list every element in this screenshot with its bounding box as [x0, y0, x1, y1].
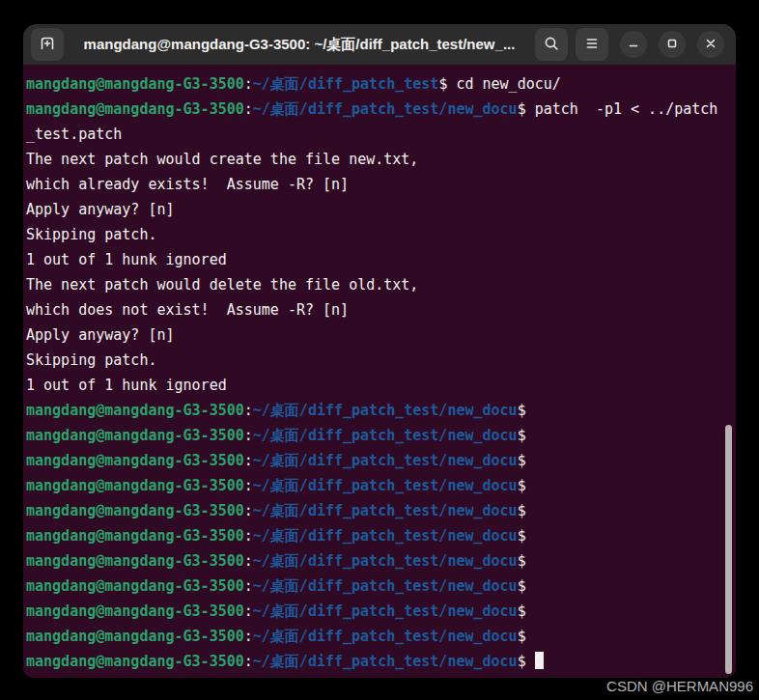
terminal-line: which already exists! Assume -R? [n] — [26, 172, 736, 197]
terminal-line: mangdang@mangdang-G3-3500:~/桌面/diff_patc… — [26, 97, 736, 122]
terminal-line: 1 out of 1 hunk ignored — [26, 247, 736, 272]
terminal-line: mangdang@mangdang-G3-3500:~/桌面/diff_patc… — [26, 649, 736, 674]
new-tab-icon — [39, 35, 56, 55]
terminal-line: mangdang@mangdang-G3-3500:~/桌面/diff_patc… — [26, 498, 736, 523]
terminal-content[interactable]: mangdang@mangdang-G3-3500:~/桌面/diff_patc… — [23, 65, 736, 678]
scrollbar-thumb[interactable] — [725, 425, 732, 674]
terminal-line: mangdang@mangdang-G3-3500:~/桌面/diff_patc… — [26, 71, 736, 97]
terminal-window: mangdang@mangdang-G3-3500: ~/桌面/diff_pat… — [23, 24, 736, 678]
terminal-line: mangdang@mangdang-G3-3500:~/桌面/diff_patc… — [26, 473, 736, 498]
terminal-line: mangdang@mangdang-G3-3500:~/桌面/diff_patc… — [26, 548, 736, 574]
terminal-line: which does not exist! Assume -R? [n] — [26, 297, 736, 322]
terminal-line: Skipping patch. — [26, 348, 736, 373]
terminal-line: mangdang@mangdang-G3-3500:~/桌面/diff_patc… — [26, 574, 736, 599]
close-icon — [704, 37, 717, 53]
minimize-icon — [627, 37, 640, 53]
terminal-line: mangdang@mangdang-G3-3500:~/桌面/diff_patc… — [26, 624, 736, 649]
menu-icon — [583, 35, 601, 55]
maximize-button[interactable] — [659, 31, 686, 58]
terminal-cursor — [535, 652, 544, 669]
header-bar: mangdang@mangdang-G3-3500: ~/桌面/diff_pat… — [23, 24, 736, 65]
terminal-line: The next patch would create the file new… — [26, 147, 736, 172]
window-title: mangdang@mangdang-G3-3500: ~/桌面/diff_pat… — [64, 36, 535, 54]
terminal-line: mangdang@mangdang-G3-3500:~/桌面/diff_patc… — [26, 448, 736, 473]
terminal-line: Apply anyway? [n] — [26, 322, 736, 348]
minimize-button[interactable] — [620, 31, 647, 58]
terminal-line: Apply anyway? [n] — [26, 197, 736, 222]
terminal-line: _test.patch — [26, 122, 736, 147]
terminal-line: The next patch would delete the file old… — [26, 272, 736, 297]
terminal-line: 1 out of 1 hunk ignored — [26, 373, 736, 398]
close-button[interactable] — [697, 31, 724, 58]
maximize-icon — [665, 37, 679, 53]
terminal-line: mangdang@mangdang-G3-3500:~/桌面/diff_patc… — [26, 398, 736, 423]
terminal-line: Skipping patch. — [26, 222, 736, 247]
terminal-line: mangdang@mangdang-G3-3500:~/桌面/diff_patc… — [26, 523, 736, 548]
new-tab-button[interactable] — [31, 28, 64, 61]
watermark: CSDN @HERMAN996 — [606, 678, 753, 694]
terminal-line: mangdang@mangdang-G3-3500:~/桌面/diff_patc… — [26, 599, 736, 624]
search-button[interactable] — [535, 28, 568, 61]
terminal-line: mangdang@mangdang-G3-3500:~/桌面/diff_patc… — [26, 423, 736, 448]
menu-button[interactable] — [576, 28, 608, 61]
search-icon — [543, 35, 560, 55]
